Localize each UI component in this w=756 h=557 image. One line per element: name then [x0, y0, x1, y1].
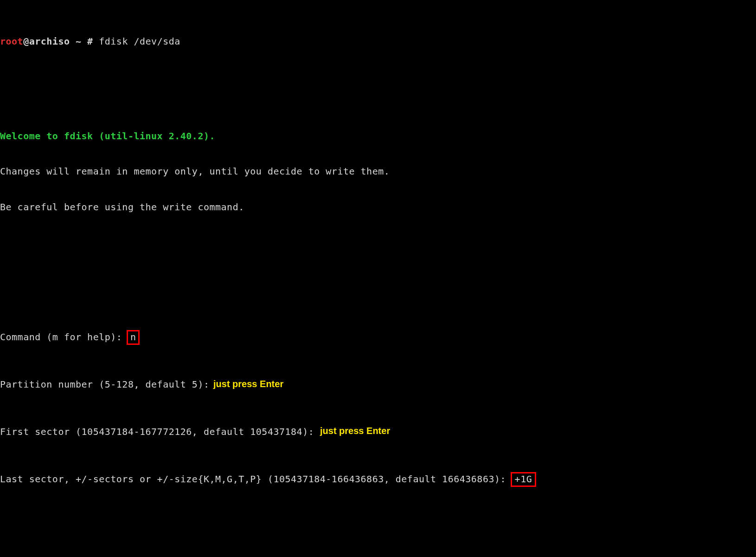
welcome-text: Welcome to fdisk (util-linux 2.40.2).: [0, 130, 215, 142]
partition-number-prompt-1: Partition number (5-128, default 5):: [0, 379, 215, 390]
prompt-user: root: [0, 36, 23, 47]
input-n-box: n: [127, 330, 140, 345]
annotation-enter-1: just press Enter: [213, 378, 283, 390]
annotation-enter-2: just press Enter: [320, 425, 390, 437]
input-1g: +1G: [515, 473, 532, 485]
prompt-host: @archiso ~ #: [23, 36, 99, 47]
info-line-2: Be careful before using the write comman…: [0, 201, 244, 213]
fdisk-prompt-1: Command (m for help):: [0, 331, 128, 343]
first-sector-prompt-1: First sector (105437184-167772126, defau…: [0, 426, 320, 437]
terminal[interactable]: root@archiso ~ # fdisk /dev/sda Welcome …: [0, 0, 756, 557]
last-sector-prompt-1: Last sector, +/-sectors or +/-size{K,M,G…: [0, 473, 512, 485]
input-1g-box: +1G: [511, 472, 537, 487]
command-fdisk: fdisk /dev/sda: [99, 36, 180, 47]
info-line-1: Changes will remain in memory only, unti…: [0, 166, 390, 177]
prompt-line-1: root@archiso ~ # fdisk /dev/sda: [0, 36, 756, 48]
input-n: n: [130, 331, 136, 343]
